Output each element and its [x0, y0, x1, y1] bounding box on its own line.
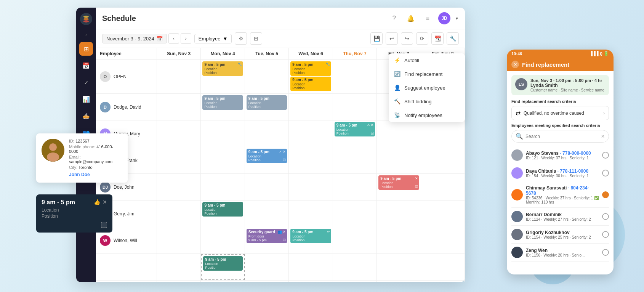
shift-block[interactable]: 9 am - 5 pm Location Position ✓ ✕ ☑ [247, 149, 287, 163]
shift-cell[interactable]: 9 am - 5 pm Location Position ⚠ ✕ ☑ [333, 120, 377, 147]
shift-cell[interactable] [421, 227, 465, 253]
mobile-search-clear-icon[interactable]: ✕ [601, 134, 605, 139]
mobile-close-button[interactable]: ✕ [511, 61, 519, 68]
shift-cell[interactable] [421, 254, 465, 280]
shift-bidding-menu-item[interactable]: 🔨 Shift bidding [389, 95, 465, 108]
save-button[interactable]: 💾 [370, 32, 383, 45]
shift-cell[interactable] [201, 147, 245, 173]
shift-cell[interactable] [245, 120, 289, 147]
employee-profile-link[interactable]: John Doe [69, 172, 122, 177]
notifications-button[interactable]: 🔔 [405, 12, 417, 24]
shift-cell[interactable]: 9 am - 5 pm Location Position 🔧 9 am - 5… [289, 60, 333, 93]
shift-block[interactable]: 9 am - 5 pm Location Position [202, 95, 243, 110]
shift-cell[interactable] [201, 174, 245, 200]
tooltip-checkbox[interactable] [101, 222, 107, 228]
tooltip-like-icon[interactable]: 👍 [94, 199, 100, 205]
shift-block[interactable]: 9 am - 5 pm Location Position [203, 256, 242, 271]
shift-cell[interactable] [245, 254, 289, 280]
shift-cell[interactable]: 9 am - 5 pm Location Position [245, 94, 289, 120]
find-replacement-menu-item[interactable]: 🔄 Find replacement [389, 67, 465, 81]
help-button[interactable]: ? [388, 12, 400, 24]
shift-cell[interactable] [157, 201, 201, 227]
shift-cell[interactable] [421, 201, 465, 227]
shift-cell[interactable]: 9 am - 5 pm Location Position ✕ ☑ [377, 281, 421, 282]
tooltip-close-button[interactable]: ✕ [103, 199, 107, 205]
filter-button[interactable]: ⊟ [250, 32, 262, 45]
emp-select-radio[interactable] [602, 170, 609, 176]
sidebar-chevron[interactable]: › [85, 32, 87, 37]
emp-select-radio[interactable] [602, 152, 609, 159]
shift-block[interactable]: 9 am - 5 pm Location Position [202, 202, 243, 217]
shift-cell[interactable] [201, 120, 245, 147]
shift-cell[interactable]: 9 am - 5 pm Location Position [201, 254, 245, 280]
shift-cell[interactable] [377, 254, 421, 280]
emp-select-radio[interactable] [602, 249, 609, 256]
shift-cell[interactable] [157, 254, 201, 280]
shift-cell[interactable] [333, 60, 377, 93]
shift-cell[interactable] [333, 94, 377, 120]
notify-employees-menu-item[interactable]: 📡 Notify employees [389, 108, 465, 122]
shift-cell[interactable] [157, 120, 201, 147]
shift-block[interactable]: 9 am - 5 pm Location Position [290, 77, 331, 91]
shift-cell[interactable] [377, 120, 421, 147]
publish-button[interactable]: 📆 [431, 32, 444, 45]
mobile-search-input[interactable] [525, 134, 599, 139]
shift-block[interactable]: 9 am - 5 pm Location Position 🔧 [290, 61, 331, 76]
shift-cell[interactable] [245, 201, 289, 227]
shift-cell[interactable] [421, 120, 465, 147]
sidebar-item-dashboard[interactable]: ⊞ [79, 42, 93, 56]
shift-cell[interactable] [289, 201, 333, 227]
tools-button[interactable]: 🔧 [447, 32, 459, 45]
shift-cell[interactable] [157, 281, 201, 282]
shift-cell[interactable] [245, 174, 289, 200]
shift-cell[interactable] [377, 227, 421, 253]
shift-cell[interactable] [289, 254, 333, 280]
shift-cell[interactable] [333, 254, 377, 280]
shift-block[interactable]: 9 am - 5 pm Location Position ✏ [290, 229, 331, 243]
shift-cell[interactable] [289, 147, 333, 173]
shift-cell[interactable]: Security guard Front door 9 am - 5 pm 👥 … [245, 227, 289, 253]
sidebar-item-calendar[interactable]: 📅 [79, 59, 93, 72]
emp-select-radio[interactable] [602, 213, 609, 220]
shift-cell[interactable]: 9 am - 5 pm Location Position ✕ ☑ [377, 174, 421, 200]
schedule-settings-button[interactable]: ⚙ [235, 32, 247, 45]
shift-cell[interactable] [201, 227, 245, 253]
shift-block[interactable]: 9 am - 5 pm Location Position [247, 95, 287, 110]
shift-cell[interactable] [245, 281, 289, 282]
shift-block[interactable]: 9 am - 5 pm Location Position ⚠ ✕ ☑ [335, 122, 375, 136]
user-avatar[interactable]: JD [438, 12, 450, 24]
undo-button[interactable]: ↩ [386, 32, 398, 45]
shift-cell[interactable]: 9 am - 5 pm Location Position ✏ [289, 227, 333, 253]
shift-cell[interactable]: 9 am - 5 pm Location Position [333, 281, 377, 282]
date-range-display[interactable]: November 3 - 9, 2024 📅 [102, 34, 167, 43]
shift-cell[interactable] [289, 174, 333, 200]
shift-cell[interactable] [421, 147, 465, 173]
sidebar-item-analytics[interactable]: 🥧 [79, 109, 93, 123]
autofill-menu-item[interactable]: ⚡ Autofill [389, 53, 465, 67]
next-date-button[interactable]: › [181, 33, 191, 44]
sync-button[interactable]: ⟳ [416, 32, 428, 45]
shift-cell[interactable] [289, 120, 333, 147]
sidebar-logo[interactable] [79, 12, 93, 26]
shift-cell[interactable]: 9 am - 5 pm Location Position [201, 201, 245, 227]
shift-cell[interactable]: 9 am - 5 pm Location Position [201, 94, 245, 120]
shift-cell[interactable] [333, 147, 377, 173]
mobile-criteria-item[interactable]: ⇄ Qualified, no overtime caused › [511, 106, 609, 120]
sidebar-item-tasks[interactable]: ✓ [79, 75, 93, 89]
shift-cell[interactable] [201, 281, 245, 282]
view-type-select[interactable]: Employee ▼ [194, 34, 232, 43]
shift-cell[interactable] [289, 94, 333, 120]
shift-cell[interactable] [333, 201, 377, 227]
sidebar-item-reports[interactable]: 📊 [79, 92, 93, 106]
shift-cell[interactable] [421, 281, 465, 282]
shift-cell[interactable] [245, 60, 289, 93]
shift-cell[interactable] [157, 227, 201, 253]
shift-block[interactable]: 9 am - 5 pm Location Position 🔧 [202, 61, 243, 76]
shift-cell[interactable] [333, 174, 377, 200]
shift-cell[interactable] [157, 60, 201, 93]
menu-button[interactable]: ≡ [421, 12, 434, 24]
shift-block[interactable]: Security guard Front door 9 am - 5 pm 👥 … [247, 229, 287, 243]
shift-cell[interactable]: 9 am - 5 pm Location Position 🔧 [201, 60, 245, 93]
shift-cell[interactable] [157, 94, 201, 120]
suggest-employee-menu-item[interactable]: 👤 Suggest employee [389, 81, 465, 95]
